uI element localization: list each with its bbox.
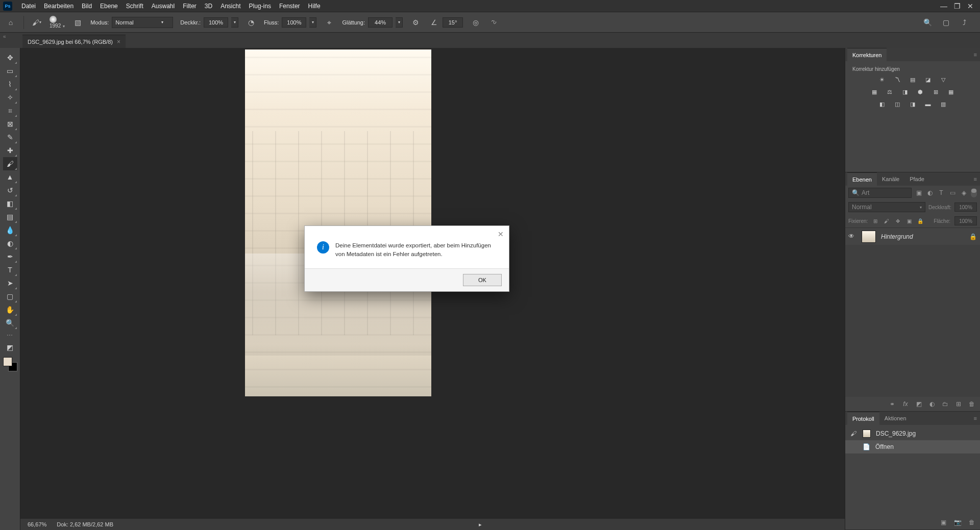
pen-tool[interactable]: ✒ [3, 250, 17, 263]
smoothing-dropdown[interactable]: ▾ [396, 17, 403, 28]
delete-layer-button[interactable]: 🗑 [968, 400, 976, 408]
panel-menu-button[interactable]: ≡ [974, 415, 977, 421]
filter-toggle[interactable] [971, 188, 977, 197]
eraser-tool[interactable]: ◧ [3, 197, 17, 210]
color-balance-icon[interactable]: ⚖ [885, 87, 895, 96]
smoothing-options-button[interactable]: ⚙ [410, 17, 421, 28]
tab-history[interactable]: Protokoll [847, 412, 879, 425]
zoom-tool[interactable]: 🔍 [3, 316, 17, 330]
color-swatches[interactable] [3, 357, 17, 371]
menu-window[interactable]: Fenster [275, 0, 304, 12]
hue-icon[interactable]: ▦ [869, 87, 879, 96]
dialog-close-button[interactable]: ✕ [497, 230, 505, 238]
lock-pixels-icon[interactable]: 🖌 [883, 217, 890, 224]
layer-style-button[interactable]: fx [901, 400, 910, 408]
history-state[interactable]: 📄 Öffnen [845, 440, 980, 453]
dodge-tool[interactable]: ◐ [3, 237, 17, 250]
brush-settings-button[interactable]: ▧ [72, 17, 83, 28]
layer-visibility-toggle[interactable]: 👁 [848, 233, 856, 241]
collapse-icon[interactable]: « [3, 34, 8, 40]
new-group-button[interactable]: 🗀 [941, 400, 949, 408]
posterize-icon[interactable]: ◫ [892, 99, 902, 109]
opacity-dropdown[interactable]: ▾ [231, 17, 238, 28]
menu-3d[interactable]: 3D [201, 0, 216, 12]
layer-fill-field[interactable]: 100% [954, 216, 977, 225]
menu-type[interactable]: Schrift [122, 0, 148, 12]
panel-menu-button[interactable]: ≡ [974, 176, 977, 182]
menu-view[interactable]: Ansicht [216, 0, 244, 12]
symmetry-button[interactable]: ఌ [488, 17, 500, 28]
lasso-tool[interactable]: ⌇ [3, 78, 17, 91]
delete-state-button[interactable]: 🗑 [968, 518, 976, 526]
quick-mask-button[interactable]: ◩ [3, 341, 17, 354]
stamp-tool[interactable]: ▲ [3, 170, 17, 184]
channel-mixer-icon[interactable]: ⊞ [930, 87, 941, 96]
curves-icon[interactable]: ▤ [908, 75, 918, 84]
window-minimize-button[interactable]: — [937, 2, 950, 11]
zoom-level[interactable]: 66,67% [28, 521, 46, 527]
marquee-tool[interactable]: ▭ [3, 64, 17, 78]
new-doc-from-state-button[interactable]: ▣ [939, 518, 947, 526]
exposure-icon[interactable]: ◪ [923, 75, 933, 84]
opacity-field[interactable]: 100% [204, 17, 228, 28]
pressure-size-button[interactable]: ◎ [470, 17, 481, 28]
window-maximize-button[interactable]: ❐ [950, 2, 964, 11]
window-close-button[interactable]: ✕ [964, 2, 977, 11]
flow-field[interactable]: 100% [282, 17, 306, 28]
blend-mode-select[interactable]: Normal▾ [112, 17, 173, 28]
layer-name[interactable]: Hintergrund [881, 233, 913, 240]
eyedropper-tool[interactable]: ✎ [3, 131, 17, 144]
menu-layer[interactable]: Ebene [96, 0, 122, 12]
menu-filter[interactable]: Filter [179, 0, 201, 12]
menu-file[interactable]: Datei [17, 0, 40, 12]
smoothing-field[interactable]: 44% [368, 17, 393, 28]
add-mask-button[interactable]: ◩ [915, 400, 923, 408]
tab-channels[interactable]: Kanäle [877, 172, 904, 186]
bw-icon[interactable]: ◨ [900, 87, 910, 96]
menu-edit[interactable]: Bearbeiten [40, 0, 78, 12]
lock-transparent-icon[interactable]: ⊞ [872, 217, 879, 224]
tab-close-button[interactable]: × [117, 38, 120, 45]
status-flyout[interactable]: ▸ [479, 521, 482, 528]
history-brush-tool[interactable]: ↺ [3, 184, 17, 197]
tab-adjustments[interactable]: Korrekturen [847, 48, 887, 61]
move-tool[interactable]: ✥ [3, 51, 17, 64]
angle-field[interactable]: 15° [443, 17, 463, 28]
filter-pixel-icon[interactable]: ▣ [915, 189, 923, 197]
quick-select-tool[interactable]: ✧ [3, 91, 17, 104]
canvas-area[interactable]: ✕ i Deine Elementdatei wurde exportiert,… [20, 48, 845, 530]
threshold-icon[interactable]: ◨ [908, 99, 918, 109]
crop-tool[interactable]: ⌗ [3, 104, 17, 117]
brush-tool[interactable]: 🖌 [3, 157, 17, 170]
lock-position-icon[interactable]: ✥ [894, 217, 901, 224]
hand-tool[interactable]: ✋ [3, 303, 17, 316]
tool-preset-picker[interactable]: 🖌▾ [31, 17, 42, 28]
filter-smart-icon[interactable]: ◈ [960, 189, 968, 197]
document-tab[interactable]: DSC_9629.jpg bei 66,7% (RGB/8) × [22, 35, 126, 48]
brightness-icon[interactable]: ☀ [877, 75, 887, 84]
gradient-tool[interactable]: ▤ [3, 210, 17, 223]
menu-image[interactable]: Bild [78, 0, 96, 12]
selective-color-icon[interactable]: ▥ [938, 99, 948, 109]
filter-type-icon[interactable]: T [937, 189, 945, 197]
layer-row[interactable]: 👁 Hintergrund 🔒 [845, 228, 980, 245]
history-snapshot[interactable]: 🖌 DSC_9629.jpg [845, 427, 980, 440]
history-brush-marker[interactable]: 🖌 [849, 430, 857, 438]
tab-layers[interactable]: Ebenen [847, 172, 877, 186]
shape-tool[interactable]: ▢ [3, 290, 17, 303]
workspace-button[interactable]: ▢ [940, 17, 951, 28]
share-button[interactable]: ⤴ [959, 17, 970, 28]
layer-blend-select[interactable]: Normal▾ [848, 202, 925, 212]
healing-tool[interactable]: ✚ [3, 144, 17, 157]
link-layers-button[interactable]: ⚭ [888, 400, 896, 408]
tab-paths[interactable]: Pfade [904, 172, 929, 186]
layer-opacity-field[interactable]: 100% [954, 203, 977, 212]
dialog-ok-button[interactable]: OK [463, 274, 502, 286]
lock-all-icon[interactable]: 🔒 [917, 217, 924, 224]
vibrance-icon[interactable]: ▽ [938, 75, 948, 84]
filter-adjust-icon[interactable]: ◐ [926, 189, 934, 197]
pressure-opacity-button[interactable]: ◔ [246, 17, 257, 28]
menu-help[interactable]: Hilfe [304, 0, 325, 12]
home-button[interactable]: ⌂ [5, 17, 16, 28]
add-adjustment-button[interactable]: ◐ [928, 400, 936, 408]
